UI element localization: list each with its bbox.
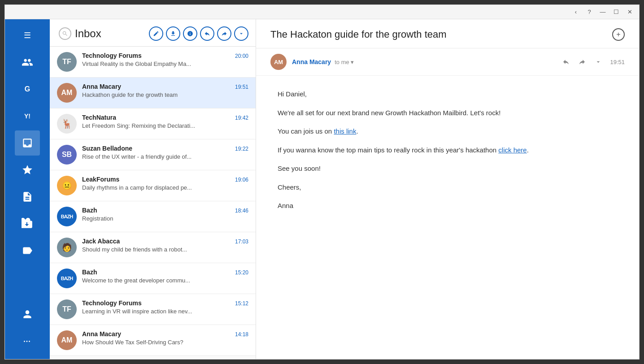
sender-to-label: to me ▾ [333, 59, 354, 65]
email-time: 19:51 [235, 84, 248, 90]
email-time: 14:18 [235, 331, 248, 338]
email-sign2: Anna [278, 200, 618, 212]
sidebar-item-profile[interactable] [15, 302, 40, 327]
email-subject: Virtual Reality is the Global Empathy Ma… [82, 61, 248, 67]
sidebar-item-more[interactable]: ••• [15, 329, 40, 354]
sidebar-item-yahoo[interactable]: Y! [15, 104, 40, 129]
email-top-row: LeakForums 19:06 [82, 176, 248, 183]
email-sender: TechNatura [82, 114, 116, 121]
email-content: Bazh 15:20 Welcome to the great develope… [82, 269, 248, 284]
info-button[interactable] [183, 26, 197, 41]
email-sender: Bazh [82, 207, 97, 214]
more-actions-button[interactable] [234, 26, 248, 41]
email-line2-end: . [356, 127, 358, 135]
sidebar-item-google[interactable]: G [15, 77, 40, 102]
sender-name[interactable]: Anna Macary [292, 58, 331, 65]
email-line3-start: If you wanna know the top main tips to r… [278, 146, 498, 154]
email-item[interactable]: TF Technology Forums 15:12 Learning in V… [50, 294, 256, 325]
email-sign1: Cheers, [278, 182, 618, 193]
title-bar: ‹ ? — ☐ ✕ [5, 5, 639, 19]
reading-pane-body: Hi Daniel, We're all set for our next br… [256, 76, 639, 359]
email-line4: See you soon! [278, 163, 618, 174]
sidebar-item-inbox[interactable] [15, 130, 40, 156]
email-line1: We're all set for our next brand new Gro… [278, 107, 618, 119]
inbox-search-area: Inbox [59, 27, 101, 40]
email-item[interactable]: AM Anna Macary 19:51 Hackathon guide for… [50, 78, 256, 108]
search-button[interactable] [59, 27, 71, 40]
email-subject: Registration [82, 215, 248, 222]
email-item[interactable]: BAZH Bazh 15:20 Welcome to the great dev… [50, 263, 256, 294]
sidebar-item-tags[interactable] [15, 238, 40, 263]
email-subject: Rise of the UX writer - a friendly guide… [82, 153, 248, 160]
email-item[interactable]: TF Technology Forums 20:00 Virtual Reali… [50, 47, 256, 78]
email-line2: You can jois us on this link. [278, 126, 618, 137]
email-avatar: AM [57, 330, 77, 350]
meta-forward-button[interactable] [576, 56, 588, 68]
email-subject: Let Freedom Sing: Remixing the Declarati… [82, 122, 248, 129]
maximize-button[interactable]: ☐ [610, 6, 622, 18]
email-list-panel: Inbox [50, 19, 256, 359]
email-line2-start: You can jois us on [278, 127, 334, 135]
reply-button[interactable] [200, 26, 214, 41]
email-content: TechNatura 19:42 Let Freedom Sing: Remix… [82, 114, 248, 129]
download-button[interactable] [166, 26, 180, 41]
email-content: LeakForums 19:06 Daily rhythms in a camp… [82, 176, 248, 191]
click-here-link[interactable]: click here [498, 146, 527, 154]
email-subject-title: The Hackaton guide for the growth team [270, 29, 607, 40]
sidebar-item-starred[interactable] [15, 157, 40, 182]
email-sender: Bazh [82, 269, 97, 276]
email-time: 18:46 [235, 208, 248, 214]
minimize-button[interactable]: — [597, 6, 609, 18]
email-avatar: BAZH [57, 207, 77, 226]
email-line3: If you wanna know the top main tips to r… [278, 144, 618, 156]
email-sender: LeakForums [82, 176, 119, 183]
email-item[interactable]: 😐 LeakForums 19:06 Daily rhythms in a ca… [50, 170, 256, 201]
email-item[interactable]: 🧑 Jack Abacca 17:03 Should my child be f… [50, 232, 256, 263]
email-item[interactable]: 🦌 TechNatura 19:42 Let Freedom Sing: Rem… [50, 108, 256, 139]
email-avatar: TF [57, 299, 77, 319]
sidebar: ☰ G Y! ••• [5, 19, 50, 359]
email-line3-end: . [527, 146, 529, 154]
email-top-row: Anna Macary 14:18 [82, 330, 248, 338]
email-subject: Hackathon guide for the growth team [82, 91, 248, 98]
reading-pane-header: The Hackaton guide for the growth team + [256, 19, 639, 48]
email-sender: Anna Macary [82, 330, 121, 338]
back-button[interactable]: ‹ [570, 6, 582, 18]
inbox-title: Inbox [75, 27, 101, 40]
compose-button[interactable] [149, 26, 163, 41]
close-button[interactable]: ✕ [624, 6, 635, 18]
email-subject: How Should We Tax Self-Driving Cars? [82, 339, 248, 346]
meta-more-button[interactable] [592, 56, 605, 68]
email-avatar: 🦌 [57, 114, 77, 134]
title-bar-controls: ‹ ? — ☐ ✕ [570, 6, 635, 18]
email-top-row: Bazh 18:46 [82, 207, 248, 214]
app-window: ‹ ? — ☐ ✕ ☰ G Y! [4, 4, 640, 360]
this-link[interactable]: this link [334, 127, 356, 135]
sender-avatar: AM [270, 54, 287, 70]
email-item[interactable]: SB Suzan Belladone 19:22 Rise of the UX … [50, 139, 256, 170]
sidebar-item-downloads[interactable] [15, 211, 40, 236]
email-avatar: SB [57, 145, 77, 165]
meta-actions [560, 56, 605, 68]
email-sender: Jack Abacca [82, 238, 120, 245]
email-sender: Technology Forums [82, 299, 142, 307]
email-content: Technology Forums 15:12 Learning in VR w… [82, 299, 248, 315]
email-item[interactable]: BAZH Bazh 18:46 Registration [50, 201, 256, 232]
email-item[interactable]: AM Anna Macary 14:18 How Should We Tax S… [50, 325, 256, 356]
sidebar-item-notes[interactable] [15, 184, 40, 209]
email-time: 19:06 [235, 177, 248, 183]
email-subject: Daily rhythms in a camp for displaced pe… [82, 184, 248, 191]
email-subject: Should my child be friends with a robot.… [82, 246, 248, 253]
sidebar-item-contacts[interactable] [15, 50, 40, 75]
email-content: Suzan Belladone 19:22 Rise of the UX wri… [82, 145, 248, 160]
email-content: Anna Macary 14:18 How Should We Tax Self… [82, 330, 248, 346]
sidebar-menu-button[interactable]: ☰ [15, 23, 40, 48]
email-top-row: Anna Macary 19:51 [82, 83, 248, 90]
email-sender: Technology Forums [82, 52, 142, 59]
forward-button[interactable] [217, 26, 231, 41]
add-to-folder-button[interactable]: + [612, 28, 625, 41]
meta-reply-button[interactable] [560, 56, 572, 68]
email-reading-pane: The Hackaton guide for the growth team +… [256, 19, 639, 359]
email-sender: Suzan Belladone [82, 145, 132, 152]
help-button[interactable]: ? [583, 6, 595, 18]
